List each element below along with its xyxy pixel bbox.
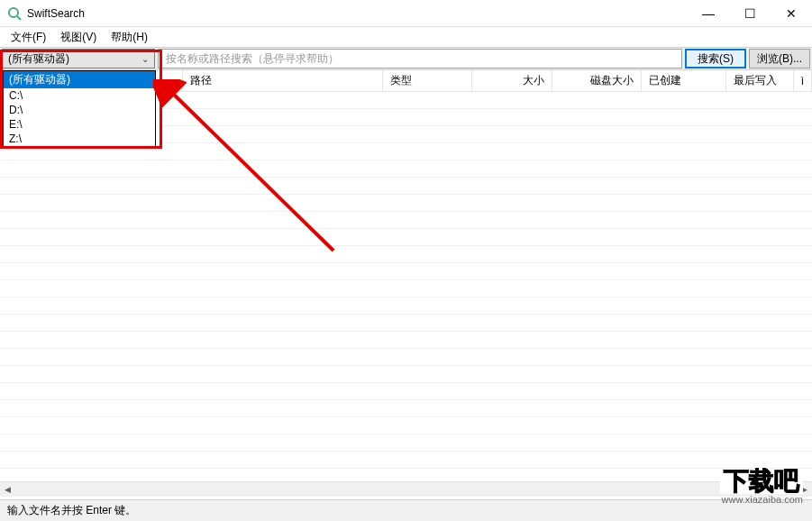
table-row — [0, 195, 812, 212]
table-row — [0, 280, 812, 297]
column-header-type[interactable]: 类型 — [383, 70, 472, 91]
status-text: 输入文件名并按 Enter 键。 — [7, 503, 136, 518]
dropdown-option[interactable]: E:\ — [4, 117, 155, 132]
scroll-left-icon[interactable]: ◀ — [0, 482, 15, 497]
drive-selector[interactable]: (所有驱动器) ⌄ — [2, 49, 155, 69]
column-header-disksize[interactable]: 磁盘大小 — [552, 70, 642, 91]
toolbar: (所有驱动器) ⌄ 按名称或路径搜索（悬停寻求帮助） 搜索(S) 浏览(B)..… — [0, 47, 812, 70]
table-row — [0, 434, 812, 452]
search-placeholder: 按名称或路径搜索（悬停寻求帮助） — [166, 51, 339, 67]
table-row — [0, 178, 812, 195]
table-row — [0, 417, 812, 434]
table-row — [0, 315, 812, 332]
table-row — [0, 246, 812, 263]
chevron-down-icon: ⌄ — [141, 54, 149, 64]
window-controls: — ☐ ✕ — [688, 0, 812, 26]
menu-view[interactable]: 视图(V) — [53, 28, 104, 47]
results-grid — [0, 92, 812, 481]
column-header-modified[interactable]: 最后写入 — [726, 70, 793, 91]
menubar: 文件(F) 视图(V) 帮助(H) — [0, 27, 812, 47]
table-row — [0, 332, 812, 349]
svg-point-0 — [9, 8, 18, 17]
titlebar: SwiftSearch — ☐ ✕ — [0, 0, 812, 27]
horizontal-scrollbar[interactable]: ◀ ▶ — [0, 481, 812, 497]
app-icon — [7, 6, 22, 21]
browse-button[interactable]: 浏览(B)... — [749, 49, 810, 69]
table-row — [0, 366, 812, 383]
dropdown-option[interactable]: D:\ — [4, 103, 155, 117]
column-header-extra[interactable]: ì — [794, 70, 812, 91]
table-row — [0, 452, 812, 469]
table-row — [0, 400, 812, 417]
dropdown-option[interactable]: (所有驱动器) — [4, 71, 155, 88]
maximize-button[interactable]: ☐ — [729, 0, 771, 26]
menu-help[interactable]: 帮助(H) — [104, 28, 155, 47]
table-row — [0, 263, 812, 280]
table-row — [0, 383, 812, 400]
close-button[interactable]: ✕ — [771, 0, 812, 26]
svg-line-1 — [17, 16, 21, 20]
drive-selected-label: (所有驱动器) — [8, 51, 69, 67]
column-header-size[interactable]: 大小 — [472, 70, 552, 91]
column-header-created[interactable]: 已创建 — [642, 70, 726, 91]
drive-dropdown[interactable]: (所有驱动器) C:\ D:\ E:\ Z:\ — [3, 70, 156, 147]
window-title: SwiftSearch — [27, 7, 688, 20]
statusbar: 输入文件名并按 Enter 键。 — [0, 499, 812, 521]
table-row — [0, 160, 812, 178]
column-header-path[interactable]: 路径 — [183, 70, 383, 91]
menu-file[interactable]: 文件(F) — [4, 28, 53, 47]
dropdown-option[interactable]: C:\ — [4, 88, 155, 103]
table-row — [0, 297, 812, 315]
scroll-track[interactable] — [15, 482, 797, 497]
search-button[interactable]: 搜索(S) — [685, 49, 746, 69]
table-row — [0, 349, 812, 366]
table-row — [0, 229, 812, 246]
scroll-right-icon[interactable]: ▶ — [797, 482, 812, 497]
minimize-button[interactable]: — — [688, 0, 729, 26]
table-row — [0, 212, 812, 229]
dropdown-option[interactable]: Z:\ — [4, 132, 155, 146]
search-input[interactable]: 按名称或路径搜索（悬停寻求帮助） — [158, 49, 682, 69]
